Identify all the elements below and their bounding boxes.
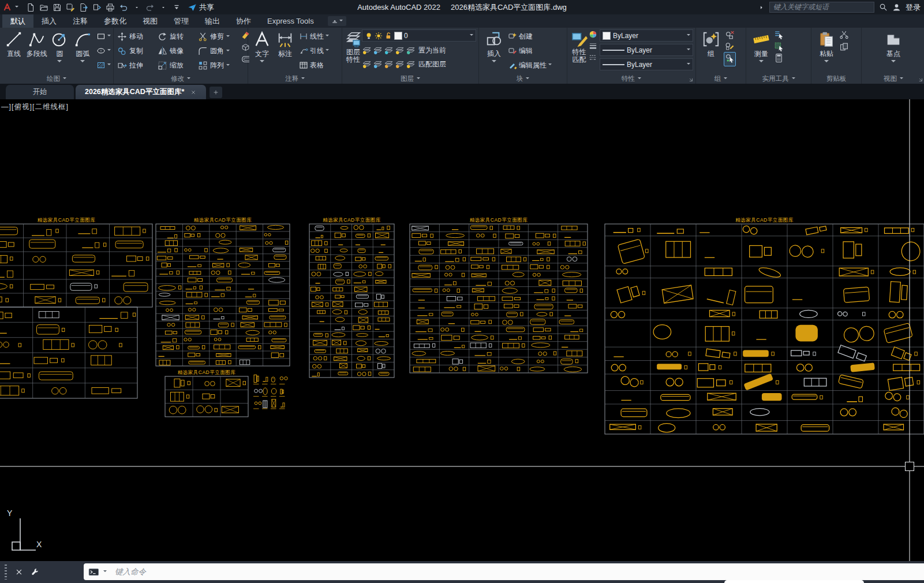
edit-block-button[interactable]: 编辑	[508, 44, 552, 57]
transfer-button[interactable]	[91, 1, 103, 13]
cut-icon[interactable]	[839, 30, 849, 40]
customize-command-icon[interactable]	[31, 568, 39, 576]
app-menu-button[interactable]	[0, 0, 15, 14]
viewport-controls-label[interactable]: —][俯视][二维线框]	[1, 102, 69, 112]
copy-button[interactable]: 复制	[117, 44, 158, 58]
layer-tool-icon[interactable]	[384, 46, 394, 55]
export-button[interactable]	[77, 1, 90, 13]
open-button[interactable]	[38, 1, 50, 13]
layer-tool-icon[interactable]	[406, 46, 416, 55]
search-input[interactable]: 键入关键字或短语	[769, 2, 874, 13]
edit-attribute-button[interactable]: 编辑属性	[508, 59, 552, 72]
app-menu-caret-icon[interactable]	[15, 6, 18, 9]
layer-tool-icon[interactable]	[362, 59, 372, 69]
group-selection-icon[interactable]	[725, 53, 735, 63]
layer-tool-icon[interactable]	[373, 59, 383, 69]
panel-draw-footer[interactable]: 绘图	[0, 74, 113, 84]
match-layer-button[interactable]: 匹配图层	[418, 59, 446, 69]
base-point-button[interactable]: 基点	[881, 29, 906, 65]
ribbon-tab-注释[interactable]: 注释	[65, 14, 96, 28]
rotate-button[interactable]: 旋转	[158, 29, 198, 44]
quick-select-icon[interactable]	[774, 30, 784, 40]
panel-clipboard-footer[interactable]: 剪贴板	[811, 74, 861, 84]
new-file-button[interactable]	[24, 1, 37, 13]
ribbon-tab-协作[interactable]: 协作	[228, 14, 259, 28]
view-dialog-launcher-icon[interactable]	[918, 77, 923, 83]
arc-button[interactable]: 圆弧	[71, 29, 94, 65]
copy-clip-icon[interactable]	[839, 42, 849, 52]
recent-commands-caret-icon[interactable]	[103, 570, 107, 574]
linetype-dropdown[interactable]: ByLayer	[600, 58, 693, 70]
layer-tool-icon[interactable]	[395, 46, 405, 55]
ribbon-tab-输出[interactable]: 输出	[197, 14, 228, 28]
rectangle-button[interactable]	[96, 30, 111, 43]
group-button[interactable]: 组	[698, 29, 724, 59]
move-button[interactable]: 移动	[117, 29, 158, 44]
trim-button[interactable]: 修剪	[198, 29, 238, 44]
text-button[interactable]: 文字	[250, 29, 274, 65]
color-dropdown[interactable]: ByLayer	[600, 29, 693, 42]
command-prompt-icon[interactable]	[88, 566, 100, 578]
file-tab-start[interactable]: 开始	[6, 85, 74, 99]
ribbon-tab-express-tools[interactable]: Express Tools	[259, 14, 322, 28]
circle-button[interactable]: 圆	[48, 29, 72, 65]
command-input[interactable]: 键入命令	[84, 563, 924, 580]
panel-modify-footer[interactable]: 修改	[114, 74, 248, 84]
qat-customize-button[interactable]	[170, 1, 183, 13]
drawing-canvas[interactable]: 精选家具CAD平立面图库精选家具CAD平立面图库精选家具CAD平立面图库精选家具…	[0, 99, 924, 561]
match-properties-button[interactable]: 特性匹配	[570, 29, 589, 64]
search-icon[interactable]	[879, 3, 888, 12]
properties-dialog-launcher-icon[interactable]	[688, 77, 694, 83]
ungroup-icon[interactable]	[724, 30, 736, 40]
quick-calculator-icon[interactable]	[774, 53, 784, 63]
linetype-icon[interactable]	[589, 53, 597, 62]
help-expand-icon[interactable]	[758, 4, 765, 11]
set-current-layer-button[interactable]: 置为当前	[418, 46, 446, 55]
ribbon-tab-参数化[interactable]: 参数化	[96, 14, 134, 28]
file-tab-active[interactable]: 2026精选家具CAD平立面图库*	[76, 85, 206, 99]
group-edit-icon[interactable]	[724, 41, 736, 51]
hatch-button[interactable]	[96, 59, 111, 72]
new-tab-button[interactable]	[210, 87, 222, 98]
create-block-button[interactable]: 创建	[508, 30, 552, 43]
fillet-button[interactable]: 圆角	[198, 44, 238, 58]
panel-block-footer[interactable]: 块	[479, 74, 567, 84]
ribbon-tab-默认[interactable]: 默认	[2, 14, 33, 28]
leader-button[interactable]: 引线	[299, 44, 329, 57]
table-button[interactable]: 表格	[299, 59, 329, 72]
scale-button[interactable]: 缩放	[158, 58, 198, 73]
panel-properties-footer[interactable]: 特性	[567, 74, 695, 84]
lineweight-icon[interactable]	[589, 42, 597, 50]
layer-tool-icon[interactable]	[395, 59, 405, 69]
save-as-button[interactable]	[64, 1, 77, 13]
undo-dropdown[interactable]	[130, 1, 143, 13]
array-button[interactable]: 阵列	[198, 58, 238, 73]
insert-block-button[interactable]: 插入	[481, 29, 507, 65]
panel-groups-footer[interactable]: 组	[696, 74, 746, 84]
layer-dropdown[interactable]: 0	[362, 29, 476, 42]
ribbon-tab-管理[interactable]: 管理	[166, 14, 197, 28]
stretch-button[interactable]: 拉伸	[117, 58, 158, 73]
color-wheel-icon[interactable]	[589, 30, 597, 39]
close-tab-icon[interactable]	[190, 89, 197, 96]
command-bar-grip[interactable]	[5, 565, 7, 580]
panel-utilities-footer[interactable]: 实用工具	[746, 74, 811, 84]
drawing-area[interactable]: 精选家具CAD平立面图库精选家具CAD平立面图库精选家具CAD平立面图库精选家具…	[0, 99, 924, 561]
panel-layers-footer[interactable]: 图层	[342, 74, 478, 84]
layer-properties-button[interactable]: 图层特性	[345, 29, 362, 64]
panel-view-footer[interactable]: 视图	[862, 74, 924, 84]
measure-button[interactable]: 测量	[749, 29, 774, 65]
panel-annotate-footer[interactable]: 注释	[248, 74, 342, 84]
layer-tool-icon[interactable]	[406, 59, 416, 69]
undo-button[interactable]	[117, 1, 130, 13]
layer-tool-icon[interactable]	[373, 46, 383, 55]
redo-button[interactable]	[144, 1, 156, 13]
mirror-button[interactable]: 镜像	[158, 44, 198, 58]
dimension-button[interactable]: 标注	[274, 29, 297, 65]
save-button[interactable]	[51, 1, 63, 13]
layer-tool-icon[interactable]	[384, 59, 394, 69]
ellipse-button[interactable]	[96, 44, 111, 57]
linear-dim-button[interactable]: 线性	[299, 30, 329, 43]
paste-button[interactable]: 粘贴	[814, 29, 839, 65]
line-button[interactable]: 直线	[2, 29, 25, 59]
